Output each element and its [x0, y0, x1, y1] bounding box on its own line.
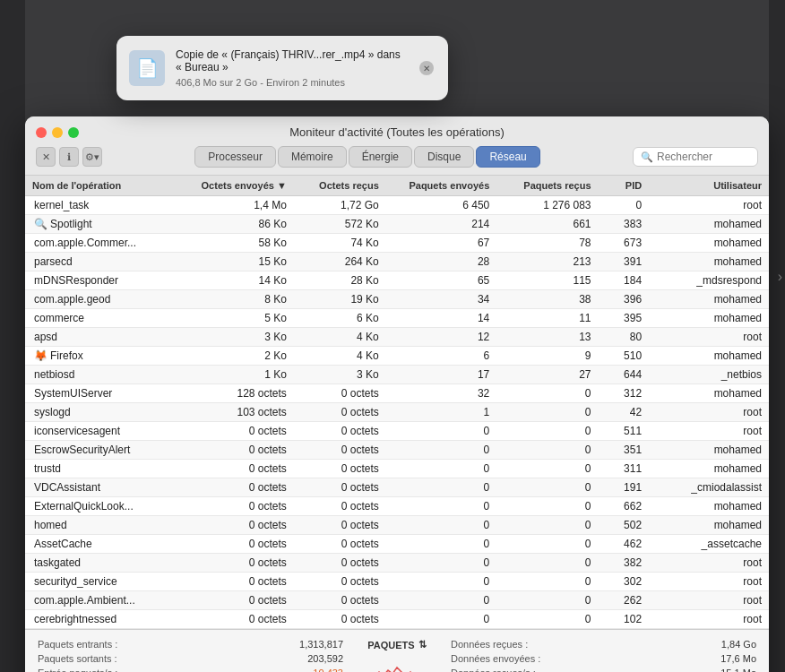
tab-disque[interactable]: Disque — [414, 146, 474, 168]
search-input[interactable] — [657, 151, 746, 163]
close-button[interactable] — [36, 127, 47, 138]
copy-close-button[interactable]: ✕ — [419, 61, 434, 75]
table-row[interactable]: EscrowSecurityAlert0 octets0 octets00351… — [25, 441, 769, 460]
table-cell: AssetCache — [25, 535, 191, 554]
table-cell: 0 octets — [294, 478, 386, 497]
table-cell: 32 — [386, 384, 497, 403]
table-cell: 311 — [599, 460, 650, 478]
table-cell: kernel_task — [25, 196, 191, 215]
table-row[interactable]: kernel_task1,4 Mo1,72 Go6 4501 276 0830r… — [25, 196, 769, 215]
table-cell: 0 — [386, 478, 497, 497]
tab-reseau[interactable]: Réseau — [476, 146, 539, 168]
donnees-recues-label: Données reçues : — [451, 639, 528, 650]
minimize-button[interactable] — [52, 127, 63, 138]
info-button[interactable]: ℹ — [59, 147, 79, 167]
table-cell: 6 450 — [386, 196, 497, 215]
table-cell: root — [649, 573, 769, 591]
table-cell: 0 — [386, 460, 497, 478]
table-cell: 1,72 Go — [294, 196, 386, 215]
table-cell: 42 — [599, 403, 650, 422]
maximize-button[interactable] — [68, 127, 79, 138]
table-row[interactable]: 🔍Spotlight86 Ko572 Ko214661383mohamed — [25, 215, 769, 234]
table-row[interactable]: AssetCache0 octets0 octets00462_assetcac… — [25, 535, 769, 554]
table-cell: 0 — [496, 610, 598, 629]
table-cell: 28 Ko — [294, 271, 386, 290]
col-header-user[interactable]: Utilisateur — [649, 176, 769, 196]
table-cell: 0 octets — [191, 516, 294, 535]
stop-button[interactable]: ✕ — [36, 147, 56, 167]
table-row[interactable]: apsd3 Ko4 Ko121380root — [25, 328, 769, 347]
table-cell: 102 — [599, 610, 650, 629]
paquets-entrants-label: Paquets entrants : — [38, 639, 117, 650]
table-row[interactable]: parsecd15 Ko264 Ko28213391mohamed — [25, 253, 769, 271]
table-row[interactable]: com.apple.Commer...58 Ko74 Ko6778673moha… — [25, 234, 769, 253]
table-row[interactable]: SystemUIServer128 octets0 octets320312mo… — [25, 384, 769, 403]
window-title: Moniteur d'activité (Toutes les opératio… — [289, 125, 504, 139]
table-cell: 0 octets — [294, 610, 386, 629]
table-cell: 0 — [496, 554, 598, 573]
table-cell: 0 octets — [191, 535, 294, 554]
table-row[interactable]: commerce5 Ko6 Ko1411395mohamed — [25, 309, 769, 328]
tab-energie[interactable]: Énergie — [349, 146, 412, 168]
table-cell: 0 octets — [191, 460, 294, 478]
table-row[interactable]: homed0 octets0 octets00502mohamed — [25, 516, 769, 535]
table-row[interactable]: securityd_service0 octets0 octets00302ro… — [25, 573, 769, 591]
copy-dialog-text: Copie de « (Français) THRIV...rer_.mp4 »… — [176, 48, 409, 88]
table-cell: 0 octets — [191, 497, 294, 516]
table-cell: mohamed — [649, 234, 769, 253]
col-header-name[interactable]: Nom de l'opération — [25, 176, 191, 196]
table-cell: 0 — [496, 403, 598, 422]
bg-right: › — [769, 0, 785, 672]
table-row[interactable]: com.apple.geod8 Ko19 Ko3438396mohamed — [25, 290, 769, 309]
col-header-pktrecv[interactable]: Paquets reçus — [496, 176, 598, 196]
table-row[interactable]: com.apple.Ambient...0 octets0 octets0026… — [25, 591, 769, 610]
table-cell: mohamed — [649, 215, 769, 234]
search-box[interactable]: 🔍 — [633, 147, 758, 167]
table-cell: 86 Ko — [191, 215, 294, 234]
table-body: kernel_task1,4 Mo1,72 Go6 4501 276 0830r… — [25, 196, 769, 629]
toolbar-tabs: Processeur Mémoire Énergie Disque Réseau — [109, 146, 625, 168]
copy-dialog-title: Copie de « (Français) THRIV...rer_.mp4 »… — [176, 48, 409, 73]
table-row[interactable]: trustd0 octets0 octets00311mohamed — [25, 460, 769, 478]
table-cell: mohamed — [649, 309, 769, 328]
table-row[interactable]: VDCAssistant0 octets0 octets00191_cmioda… — [25, 478, 769, 497]
tab-processeur[interactable]: Processeur — [194, 146, 276, 168]
table-cell: _assetcache — [649, 535, 769, 554]
table-cell: 214 — [386, 215, 497, 234]
donnees-recues-s-value: 15,1 Mo — [720, 668, 756, 672]
process-table: Nom de l'opération Octets envoyés ▼ Octe… — [25, 176, 769, 629]
table-cell: 4 Ko — [294, 328, 386, 347]
table-cell: mohamed — [649, 384, 769, 403]
table-row[interactable]: cerebrightnessed0 octets0 octets00102roo… — [25, 610, 769, 629]
table-cell: 351 — [599, 441, 650, 460]
tab-memoire[interactable]: Mémoire — [278, 146, 347, 168]
paquets-entrants-value: 1,313,817 — [299, 639, 343, 650]
table-cell: mDNSResponder — [25, 271, 191, 290]
table-row[interactable]: mDNSResponder14 Ko28 Ko65115184_mdsrespo… — [25, 271, 769, 290]
table-row[interactable]: netbiosd1 Ko3 Ko1727644_netbios — [25, 366, 769, 384]
table-row[interactable]: 🦊Firefox2 Ko4 Ko69510mohamed — [25, 347, 769, 366]
table-cell: root — [649, 554, 769, 573]
table-row[interactable]: ExternalQuickLook...0 octets0 octets0066… — [25, 497, 769, 516]
col-header-recv[interactable]: Octets reçus — [294, 176, 386, 196]
table-cell: root — [649, 403, 769, 422]
table-cell: 0 — [599, 196, 650, 215]
col-header-pktsent[interactable]: Paquets envoyés — [386, 176, 497, 196]
search-icon: 🔍 — [641, 151, 653, 163]
table-cell: 74 Ko — [294, 234, 386, 253]
table-container[interactable]: Nom de l'opération Octets envoyés ▼ Octe… — [25, 176, 769, 629]
table-row[interactable]: iconservicesagent0 octets0 octets00511ro… — [25, 422, 769, 441]
table-cell: 19 Ko — [294, 290, 386, 309]
col-header-sent[interactable]: Octets envoyés ▼ — [191, 176, 294, 196]
col-header-pid[interactable]: PID — [599, 176, 650, 196]
table-cell: 12 — [386, 328, 497, 347]
settings-button[interactable]: ⚙▾ — [82, 147, 102, 167]
table-row[interactable]: syslogd103 octets0 octets1042root — [25, 403, 769, 422]
table-cell: 58 Ko — [191, 234, 294, 253]
table-cell: 0 — [386, 516, 497, 535]
table-cell: _netbios — [649, 366, 769, 384]
table-cell: 191 — [599, 478, 650, 497]
table-cell: 184 — [599, 271, 650, 290]
table-row[interactable]: taskgated0 octets0 octets00382root — [25, 554, 769, 573]
table-header: Nom de l'opération Octets envoyés ▼ Octe… — [25, 176, 769, 196]
